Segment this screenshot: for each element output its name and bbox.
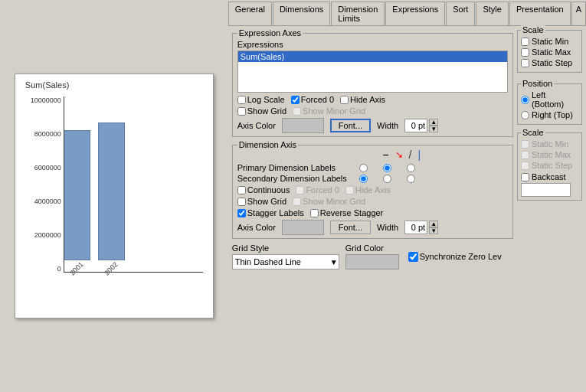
show-minor-grid-input[interactable] (293, 107, 301, 116)
grid-style-select[interactable]: Thin Dashed Line Solid Line Dotted Line (232, 254, 339, 270)
dim-width-field: ▲ ▼ (404, 220, 438, 234)
width-input[interactable] (404, 119, 427, 132)
scale2-static-step-checkbox[interactable] (521, 162, 529, 170)
show-grid-checkbox[interactable]: Show Grid (237, 106, 286, 116)
secondary-radio-3[interactable] (407, 175, 415, 183)
position-group: Position Left (Bottom) Right (Top) (517, 83, 582, 125)
content-area: Expression Axes Expressions Sum(Sales) L… (228, 26, 586, 392)
sync-checkbox[interactable]: Synchronize Zero Lev (408, 252, 502, 262)
dim-forced-zero-input[interactable] (296, 186, 304, 194)
y-axis-labels: 10000000 8000000 6000000 4000000 2000000… (23, 96, 61, 273)
left-bottom-item: Left (Bottom) (521, 90, 578, 109)
secondary-radio-1[interactable] (359, 175, 368, 183)
static-step-checkbox[interactable] (521, 59, 529, 67)
dim-width-input[interactable] (404, 220, 427, 234)
arrow-icon: ↘ (395, 149, 403, 160)
bottom-row: Grid Style Thin Dashed Line Solid Line D… (232, 243, 513, 270)
bar-group: 2002 (98, 122, 125, 273)
secondary-radio-group (359, 175, 415, 183)
width-label: Width (377, 121, 398, 130)
dim-hide-axis-input[interactable] (345, 186, 354, 194)
dim-spin-down[interactable]: ▼ (429, 227, 438, 234)
expr-options-row1: Log Scale Forced 0 Hide Axis (237, 95, 508, 104)
dim-width-label: Width (377, 223, 398, 232)
log-scale-checkbox[interactable]: Log Scale (237, 95, 285, 104)
left-bottom-label: Left (Bottom) (532, 90, 578, 109)
spin-down[interactable]: ▼ (429, 126, 438, 132)
scale2-static-step-item: Static Step (521, 161, 578, 170)
dim-axis-color-box[interactable] (282, 220, 324, 235)
scale-2-title: Scale (521, 128, 545, 137)
backcast-item: Backcast (521, 172, 578, 181)
expression-axes-label: Expression Axes (237, 28, 303, 38)
dim-forced-zero-checkbox[interactable]: Forced 0 (296, 185, 339, 194)
primary-radio-3[interactable] (407, 164, 415, 172)
expr-options-row2: Show Grid Show Minor Grid (237, 106, 508, 116)
dim-show-grid-input[interactable] (237, 198, 246, 206)
left-bottom-radio[interactable] (521, 96, 529, 104)
hide-axis-input[interactable] (340, 96, 349, 104)
tab-general[interactable]: General (228, 2, 272, 25)
dash-icon: – (383, 149, 389, 161)
x-axis-line (64, 272, 203, 273)
scale-column: Scale Static Min Static Max Static St (517, 30, 582, 388)
primary-radio-2[interactable] (383, 164, 391, 172)
dim-show-minor-grid-input[interactable] (293, 198, 301, 206)
axis-color-box[interactable] (282, 118, 324, 133)
static-min-checkbox[interactable] (521, 38, 529, 46)
tab-more[interactable]: A (571, 2, 586, 25)
tab-dimension-limits[interactable]: Dimension Limits (331, 2, 385, 25)
static-max-checkbox[interactable] (521, 48, 529, 57)
forced-zero-checkbox[interactable]: Forced 0 (291, 95, 334, 104)
dim-font-button[interactable]: Font... (330, 220, 371, 234)
continuous-checkbox[interactable]: Continuous (237, 185, 290, 194)
chart-panel: Sum(Sales) 10000000 8000000 6000000 4000… (0, 0, 228, 392)
show-minor-grid-checkbox[interactable]: Show Minor Grid (293, 106, 365, 116)
dim-hide-axis-checkbox[interactable]: Hide Axis (345, 185, 391, 194)
reverse-stagger-checkbox[interactable]: Reverse Stagger (310, 208, 384, 217)
primary-radio-1[interactable] (359, 164, 368, 172)
primary-radio-group (359, 164, 415, 172)
pipe-icon: | (417, 149, 421, 161)
y-label: 6000000 (34, 164, 61, 172)
dim-show-minor-grid-checkbox[interactable]: Show Minor Grid (293, 197, 365, 206)
dim-options-row1: Continuous Forced 0 Hide Axis (237, 185, 508, 194)
sync-input[interactable] (408, 252, 418, 262)
scale2-static-min-checkbox[interactable] (521, 140, 529, 149)
scale2-static-min-item: Static Min (521, 139, 578, 149)
bar-label-2001: 2001 (69, 260, 85, 276)
tab-expressions[interactable]: Expressions (385, 2, 445, 25)
log-scale-input[interactable] (237, 96, 246, 104)
right-top-label: Right (Top) (532, 110, 573, 119)
stagger-labels-checkbox[interactable]: Stagger Labels (237, 208, 304, 217)
scale-1-title: Scale (521, 25, 545, 34)
secondary-radio-2[interactable] (383, 175, 391, 183)
continuous-input[interactable] (237, 186, 246, 194)
tab-style[interactable]: Style (476, 2, 508, 25)
tab-sort[interactable]: Sort (446, 2, 475, 25)
spin-up[interactable]: ▲ (429, 119, 438, 126)
grid-color-area: Grid Color (345, 243, 399, 270)
bar-group: 2001 (64, 130, 90, 273)
expressions-item[interactable]: Sum(Sales) (238, 51, 507, 62)
font-button[interactable]: Font... (330, 119, 371, 132)
tab-presentation[interactable]: Presentation (509, 2, 571, 25)
hide-axis-checkbox[interactable]: Hide Axis (340, 95, 385, 104)
stagger-labels-input[interactable] (237, 209, 246, 217)
scale2-static-max-checkbox[interactable] (521, 151, 529, 159)
backcast-checkbox[interactable] (521, 173, 529, 181)
scale-input[interactable] (521, 183, 571, 197)
grid-style-select-wrapper: Thin Dashed Line Solid Line Dotted Line … (232, 254, 339, 270)
reverse-stagger-input[interactable] (310, 209, 319, 217)
dim-options-row3: Stagger Labels Reverse Stagger (237, 208, 508, 217)
dim-show-grid-checkbox[interactable]: Show Grid (237, 197, 286, 206)
scale-group-2: Scale Static Min Static Max Static St (517, 132, 582, 201)
expressions-list[interactable]: Sum(Sales) (237, 51, 508, 93)
grid-style-label: Grid Style (232, 243, 339, 253)
show-grid-input[interactable] (237, 107, 246, 116)
right-top-radio[interactable] (521, 111, 529, 119)
dim-spin-up[interactable]: ▲ (429, 220, 438, 227)
forced-zero-input[interactable] (291, 96, 300, 104)
tab-dimensions[interactable]: Dimensions (273, 2, 330, 25)
grid-color-box[interactable] (345, 254, 399, 270)
